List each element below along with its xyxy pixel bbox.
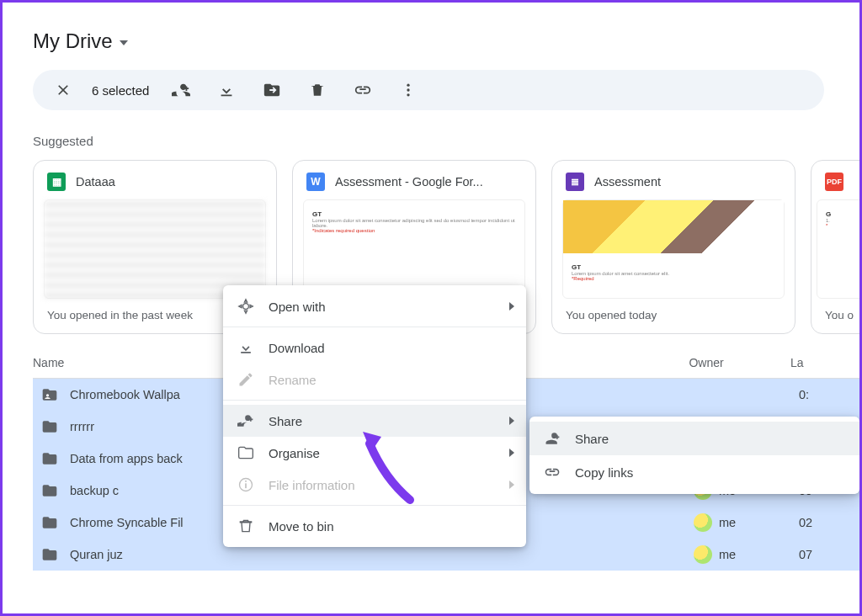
card-title: Dataaa bbox=[76, 175, 115, 189]
card-preview: G1.* bbox=[817, 199, 859, 299]
selection-count: 6 selected bbox=[92, 83, 149, 98]
download-icon bbox=[237, 338, 255, 357]
more-actions-button[interactable] bbox=[391, 73, 425, 107]
download-button[interactable] bbox=[210, 73, 243, 107]
folder-icon bbox=[41, 482, 58, 499]
card-footer: You o bbox=[811, 299, 859, 333]
ctx-file-info: File information bbox=[223, 469, 526, 501]
card-preview: GTLorem ipsum dolor sit amet consectetur… bbox=[562, 199, 785, 299]
column-owner[interactable]: Owner bbox=[622, 356, 790, 369]
open-with-icon bbox=[237, 297, 255, 316]
person-add-icon bbox=[237, 412, 255, 430]
card-preview bbox=[44, 199, 266, 299]
svg-point-3 bbox=[46, 394, 49, 396]
trash-icon bbox=[237, 517, 255, 535]
folder-icon bbox=[41, 418, 58, 435]
ctx-label: Rename bbox=[269, 373, 317, 387]
link-icon bbox=[543, 463, 561, 481]
last-modified: 02 bbox=[799, 516, 859, 529]
docs-icon: W bbox=[306, 173, 325, 191]
file-name: Quran juz bbox=[70, 548, 123, 561]
ctx-organise[interactable]: Organise bbox=[223, 437, 526, 469]
owner-name: me bbox=[719, 548, 736, 561]
folder-icon bbox=[41, 546, 58, 563]
selection-toolbar: 6 selected bbox=[33, 70, 824, 110]
ctx-open-with[interactable]: Open with bbox=[223, 290, 526, 322]
last-modified: 07 bbox=[799, 548, 859, 561]
suggested-heading: Suggested bbox=[33, 134, 859, 148]
ctx-label: Move to bin bbox=[269, 519, 334, 534]
avatar bbox=[694, 513, 712, 532]
ctx-rename: Rename bbox=[223, 364, 526, 396]
rename-icon bbox=[237, 370, 255, 389]
card-footer: You opened today bbox=[552, 299, 795, 333]
shared-folder-icon bbox=[41, 386, 58, 403]
share-button[interactable] bbox=[164, 73, 198, 107]
forms-icon: ≣ bbox=[566, 173, 584, 191]
context-menu: Open with Download Rename Share Organise… bbox=[223, 285, 526, 547]
ctx-label: Copy links bbox=[575, 465, 633, 480]
submenu-copy-links[interactable]: Copy links bbox=[529, 455, 859, 489]
file-name: backup c bbox=[70, 484, 119, 497]
owner-name: me bbox=[719, 516, 736, 529]
location-breadcrumb[interactable]: My Drive bbox=[33, 23, 859, 70]
delete-button[interactable] bbox=[301, 73, 334, 107]
folder-icon bbox=[237, 443, 255, 462]
column-last[interactable]: La bbox=[790, 356, 859, 369]
sheets-icon: ▦ bbox=[47, 173, 66, 191]
share-submenu: Share Copy links bbox=[529, 417, 859, 494]
avatar bbox=[694, 545, 712, 564]
file-name: Chromebook Wallpa bbox=[70, 388, 180, 401]
ctx-download[interactable]: Download bbox=[223, 332, 526, 364]
folder-icon bbox=[41, 514, 58, 531]
person-add-icon bbox=[543, 429, 561, 448]
card-preview: GTLorem ipsum dolor sit amet consectetur… bbox=[303, 199, 525, 299]
card-title: Assessment - Google For... bbox=[335, 175, 483, 189]
suggested-card[interactable]: ≣ Assessment GTLorem ipsum dolor sit ame… bbox=[551, 160, 795, 334]
file-name: Data from apps back bbox=[70, 452, 183, 465]
file-name: rrrrrr bbox=[70, 420, 94, 433]
chevron-down-icon bbox=[120, 40, 128, 45]
chevron-right-icon bbox=[509, 449, 514, 457]
chevron-right-icon bbox=[509, 417, 514, 425]
submenu-share[interactable]: Share bbox=[529, 422, 859, 455]
info-icon bbox=[237, 475, 255, 494]
chevron-right-icon bbox=[509, 481, 514, 489]
last-modified: 0: bbox=[799, 388, 859, 401]
ctx-label: Open with bbox=[269, 300, 326, 314]
clear-selection-button[interactable] bbox=[46, 73, 80, 107]
ctx-label: File information bbox=[269, 478, 355, 492]
card-title: Assessment bbox=[594, 175, 661, 189]
svg-point-0 bbox=[407, 84, 410, 87]
ctx-label: Share bbox=[269, 414, 302, 428]
ctx-share[interactable]: Share bbox=[223, 405, 526, 437]
folder-icon bbox=[41, 450, 58, 467]
get-link-button[interactable] bbox=[346, 73, 380, 107]
ctx-label: Download bbox=[269, 341, 325, 355]
suggested-card[interactable]: PDF G1.* You o bbox=[811, 160, 859, 334]
ctx-label: Organise bbox=[269, 446, 320, 460]
page-title: My Drive bbox=[33, 29, 113, 53]
svg-rect-6 bbox=[245, 481, 247, 482]
svg-point-1 bbox=[407, 88, 410, 91]
file-name: Chrome Syncable Fil bbox=[70, 516, 184, 529]
ctx-label: Share bbox=[575, 432, 609, 446]
ctx-move-to-bin[interactable]: Move to bin bbox=[223, 510, 526, 542]
move-button[interactable] bbox=[255, 73, 289, 107]
pdf-icon: PDF bbox=[825, 173, 843, 191]
chevron-right-icon bbox=[509, 302, 514, 311]
svg-point-2 bbox=[407, 93, 410, 96]
svg-rect-5 bbox=[245, 483, 247, 488]
